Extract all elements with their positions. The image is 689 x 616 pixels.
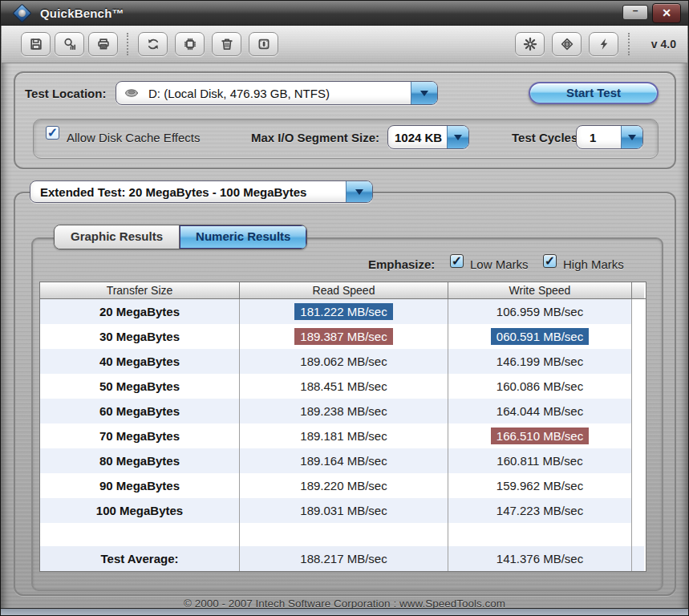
- extended-test-dropdown[interactable]: Extended Test: 20 MegaBytes - 100 MegaBy…: [30, 180, 373, 203]
- table-row: 100 MegaBytes189.031 MB/sec147.223 MB/se…: [40, 498, 646, 523]
- search-results-icon: [63, 37, 77, 51]
- transfer-size-cell: 60 MegaBytes: [40, 399, 240, 424]
- allow-cache-label: Allow Disk Cache Effects: [67, 131, 200, 144]
- high-marks-checkbox[interactable]: ✓: [543, 254, 557, 268]
- test-cycles-dropdown[interactable]: 1: [576, 125, 643, 149]
- read-speed-cell: 189.220 MB/sec: [240, 473, 448, 498]
- print-button[interactable]: [88, 32, 118, 56]
- read-speed-cell: 188.451 MB/sec: [240, 374, 448, 399]
- refresh-icon: [146, 37, 160, 51]
- results-table: Transfer Size Read Speed Write Speed 20 …: [39, 282, 646, 572]
- settings-button[interactable]: [515, 32, 545, 56]
- segment-size-label: Max I/O Segment Size:: [251, 131, 379, 144]
- close-button[interactable]: ✕: [652, 3, 681, 23]
- save-button[interactable]: [21, 32, 51, 56]
- test-cycles-label: Test Cycles:: [512, 131, 582, 144]
- dropdown-arrow-button[interactable]: [411, 82, 437, 104]
- transfer-size-cell: 100 MegaBytes: [40, 498, 240, 523]
- read-speed-cell: 189.031 MB/sec: [240, 498, 448, 523]
- test-location-value: D: (Local Disk, 476.93 GB, NTFS): [139, 87, 411, 100]
- read-speed-cell: 189.181 MB/sec: [240, 424, 448, 448]
- titlebar: QuickBench™ – ✕: [1, 1, 688, 26]
- switch-icon: [257, 37, 271, 51]
- trash-icon: [220, 37, 234, 51]
- scrollbar-gutter-cell: [632, 374, 644, 399]
- chevron-down-icon: [420, 91, 428, 96]
- save-icon: [29, 37, 43, 51]
- write-speed-cell: 159.962 MB/sec: [448, 473, 632, 498]
- transfer-size-cell: 90 MegaBytes: [40, 473, 240, 498]
- segment-size-value: 1024 KB: [388, 131, 447, 144]
- window-title: QuickBench™: [40, 6, 124, 20]
- dropdown-arrow-button[interactable]: [346, 181, 372, 202]
- scrollbar-gutter-cell: [632, 546, 644, 571]
- scrollbar-gutter-cell: [632, 399, 644, 424]
- read-speed-cell: 189.062 MB/sec: [240, 349, 448, 374]
- low-mark-highlight: 181.222 MB/sec: [294, 303, 392, 320]
- toolbar-separator: [628, 33, 630, 55]
- scrollbar-gutter-cell: [632, 324, 644, 349]
- print-icon: [96, 37, 111, 51]
- column-header-write-speed: Write Speed: [448, 282, 632, 298]
- table-body: 20 MegaBytes181.222 MB/sec106.959 MB/sec…: [40, 299, 646, 523]
- transfer-size-cell: 80 MegaBytes: [40, 448, 240, 473]
- transfer-size-cell: 50 MegaBytes: [40, 374, 240, 399]
- refresh-button[interactable]: [138, 32, 168, 56]
- write-speed-cell: 166.510 MB/sec: [448, 424, 632, 448]
- delete-results-button[interactable]: [212, 32, 241, 56]
- write-speed-cell: 160.086 MB/sec: [448, 374, 632, 399]
- extended-test-value: Extended Test: 20 MegaBytes - 100 MegaBy…: [30, 185, 346, 199]
- write-speed-cell: 106.959 MB/sec: [448, 299, 632, 324]
- scrollbar-gutter-cell: [632, 448, 644, 473]
- table-header-row: Transfer Size Read Speed Write Speed: [40, 282, 646, 299]
- dropdown-arrow-button[interactable]: [447, 126, 468, 148]
- write-speed-cell: 160.811 MB/sec: [448, 448, 632, 473]
- column-header-gutter: [632, 282, 644, 298]
- low-marks-checkbox[interactable]: ✓: [450, 254, 464, 268]
- lightning-bolt-icon: [597, 37, 611, 51]
- tab-numeric-results[interactable]: Numeric Results: [179, 225, 306, 249]
- high-marks-label: High Marks: [563, 257, 624, 271]
- table-row: 90 MegaBytes189.220 MB/sec159.962 MB/sec: [40, 473, 646, 498]
- scrollbar-gutter-cell: [632, 498, 644, 523]
- low-marks-label: Low Marks: [470, 257, 529, 271]
- gear-icon: [523, 37, 537, 51]
- memory-test-button[interactable]: [175, 32, 205, 56]
- average-write-cell: 141.376 MB/sec: [448, 546, 632, 571]
- quickbench-window: QuickBench™ – ✕: [0, 0, 689, 616]
- segment-size-dropdown[interactable]: 1024 KB: [387, 125, 469, 149]
- table-row: 80 MegaBytes189.164 MB/sec160.811 MB/sec: [40, 448, 646, 473]
- column-header-read-speed: Read Speed: [240, 282, 448, 298]
- test-cycles-value: 1: [577, 131, 621, 144]
- scrollbar-gutter-cell: [632, 424, 644, 448]
- start-test-button[interactable]: Start Test: [529, 82, 659, 104]
- read-speed-cell: 181.222 MB/sec: [240, 299, 448, 324]
- memory-chip-icon: [183, 37, 197, 51]
- table-row-empty: [40, 523, 646, 546]
- transfer-size-cell: 30 MegaBytes: [40, 324, 240, 349]
- write-speed-cell: 060.591 MB/sec: [448, 324, 632, 349]
- benchmark-tools-button[interactable]: [589, 32, 618, 56]
- test-location-label: Test Location:: [25, 87, 106, 100]
- transfer-size-cell: 40 MegaBytes: [40, 349, 240, 374]
- window-bottom-edge: [1, 608, 688, 615]
- about-button[interactable]: [552, 32, 582, 56]
- transfer-size-cell: 70 MegaBytes: [40, 424, 240, 448]
- read-speed-cell: 189.387 MB/sec: [240, 324, 448, 349]
- view-results-button[interactable]: [55, 32, 84, 56]
- table-row: 30 MegaBytes189.387 MB/sec060.591 MB/sec: [40, 324, 646, 349]
- table-row: 70 MegaBytes189.181 MB/sec166.510 MB/sec: [40, 424, 646, 448]
- test-location-dropdown[interactable]: D: (Local Disk, 476.93 GB, NTFS): [116, 81, 438, 105]
- scrollbar-gutter-cell: [632, 473, 644, 498]
- version-label: v 4.0: [651, 38, 676, 51]
- table-row: 50 MegaBytes188.451 MB/sec160.086 MB/sec: [40, 374, 646, 399]
- column-header-transfer-size: Transfer Size: [40, 282, 240, 298]
- allow-cache-checkbox[interactable]: ✓: [46, 126, 59, 140]
- emphasize-label: Emphasize:: [368, 257, 435, 271]
- table-row: 60 MegaBytes189.238 MB/sec164.044 MB/sec: [40, 399, 646, 424]
- minimize-button[interactable]: –: [622, 5, 648, 20]
- dropdown-arrow-button[interactable]: [621, 126, 642, 148]
- high-mark-highlight: 189.387 MB/sec: [294, 328, 392, 345]
- tab-graphic-results[interactable]: Graphic Results: [55, 225, 179, 249]
- power-switch-button[interactable]: [249, 32, 278, 56]
